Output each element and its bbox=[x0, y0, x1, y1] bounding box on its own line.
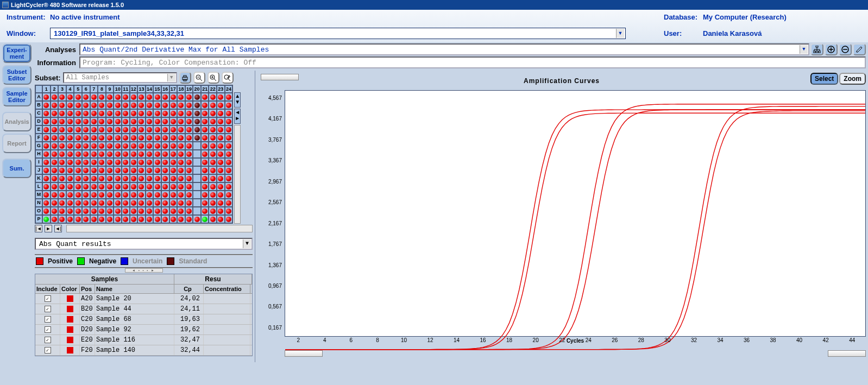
results-table: Samples Resu Include Color Pos Name Cp C… bbox=[35, 274, 253, 356]
group-samples: Samples bbox=[35, 274, 174, 284]
chart-outer: Fluorescence (465-510) 0,1670,5670,9671,… bbox=[285, 90, 866, 344]
print-icon[interactable] bbox=[179, 72, 191, 84]
row-name: Sample 92 bbox=[95, 325, 174, 334]
chart-canvas[interactable]: 0,1670,5670,9671,3671,7672,1672,5672,967… bbox=[285, 90, 866, 337]
titlebar-text: LightCycler® 480 Software release 1.5.0 bbox=[11, 0, 124, 10]
subset-dropdown[interactable]: All Samples bbox=[63, 72, 177, 83]
side-tab-sample-editor[interactable]: SampleEditor bbox=[2, 87, 32, 106]
th-color[interactable]: Color bbox=[60, 285, 80, 293]
table-row[interactable]: ✓D20Sample 9219,62 bbox=[35, 325, 252, 335]
svg-rect-7 bbox=[184, 75, 186, 77]
analyses-row: Analyses Abs Quant/2nd Derivative Max fo… bbox=[33, 42, 868, 55]
row-color-swatch bbox=[67, 326, 73, 333]
th-conc[interactable]: Concentratio bbox=[204, 285, 250, 293]
row-name: Sample 140 bbox=[95, 345, 174, 355]
side-tab-sum-[interactable]: Sum. bbox=[2, 159, 32, 178]
information-field: Program: Cycling, Color Compensation: Of… bbox=[79, 56, 866, 68]
legend-negative-swatch bbox=[77, 257, 85, 265]
table-row[interactable]: ✓C20Sample 6819,63 bbox=[35, 314, 252, 325]
chart-title: Amplification Curves bbox=[524, 77, 600, 85]
side-tab-experi-ment[interactable]: Experi-ment bbox=[2, 43, 32, 63]
select-button[interactable]: Select bbox=[810, 73, 838, 85]
add-icon[interactable] bbox=[825, 43, 838, 55]
app-icon bbox=[2, 2, 9, 8]
table-row[interactable]: ✓F20Sample 14032,44 bbox=[35, 345, 252, 356]
remove-icon[interactable] bbox=[839, 43, 852, 55]
user-label: User: bbox=[664, 29, 703, 39]
th-pos[interactable]: Pos bbox=[80, 285, 95, 293]
th-name[interactable]: Name bbox=[95, 285, 174, 293]
row-pos: C20 bbox=[80, 314, 95, 324]
table-body: ✓A20Sample 2024,02✓B20Sample 4424,11✓C20… bbox=[35, 294, 252, 356]
include-checkbox[interactable]: ✓ bbox=[45, 295, 51, 302]
plate-vertical-scrollbar[interactable] bbox=[234, 125, 241, 224]
row-name: Sample 20 bbox=[95, 294, 174, 304]
table-row[interactable]: ✓B20Sample 4424,11 bbox=[35, 304, 252, 314]
window-label: Window: bbox=[7, 29, 50, 37]
subset-row: Subset: All Samples bbox=[35, 71, 253, 85]
plate-horizontal-scrollbar[interactable] bbox=[66, 225, 253, 232]
analyses-dropdown[interactable]: Abs Quant/2nd Derivative Max for All Sam… bbox=[79, 43, 809, 55]
include-checkbox[interactable]: ✓ bbox=[45, 316, 51, 323]
titlebar: LightCycler® 480 Software release 1.5.0 bbox=[0, 0, 868, 10]
chart-top-slider[interactable] bbox=[261, 74, 299, 80]
legend: Positive Negative Uncertain Standard bbox=[35, 254, 253, 268]
plate-grid[interactable]: 123456789101112131415161718192021222324A… bbox=[35, 85, 233, 224]
side-tab-analysis: Analysis bbox=[2, 112, 32, 131]
instrument-label: Instrument: bbox=[7, 13, 50, 21]
nav-next-icon[interactable]: ► bbox=[45, 225, 52, 232]
instrument-value: No active instrument bbox=[50, 13, 653, 21]
row-conc bbox=[204, 294, 250, 304]
nav-first-icon[interactable]: |◄ bbox=[35, 225, 42, 232]
row-pos: E20 bbox=[80, 335, 95, 345]
window-dropdown[interactable]: 130129_IR91_plateI_sample34,33,32,31 bbox=[50, 28, 626, 39]
results-dropdown[interactable]: Abs Quant results bbox=[35, 238, 253, 250]
plate-down-arrow-icon[interactable]: ◄► bbox=[234, 109, 241, 124]
zoom-button[interactable]: Zoom bbox=[839, 73, 866, 85]
row-cp: 24,02 bbox=[174, 294, 204, 304]
legend-standard-swatch bbox=[167, 257, 174, 265]
chart-pane: Select Zoom Amplification Curves Fluores… bbox=[255, 71, 868, 362]
row-conc bbox=[204, 345, 250, 355]
row-pos: B20 bbox=[80, 304, 95, 314]
group-results: Resu bbox=[174, 274, 252, 284]
legend-uncertain: Uncertain bbox=[133, 257, 162, 265]
table-row[interactable]: ✓A20Sample 2024,02 bbox=[35, 294, 252, 304]
row-name: Sample 116 bbox=[95, 335, 174, 345]
edit-icon[interactable] bbox=[853, 43, 866, 55]
user-value: Daniela Karasová bbox=[703, 29, 787, 39]
row-name: Sample 68 bbox=[95, 314, 174, 324]
row-pos: D20 bbox=[80, 325, 95, 334]
include-checkbox[interactable]: ✓ bbox=[45, 337, 51, 343]
row-pos: F20 bbox=[80, 345, 95, 355]
row-color-swatch bbox=[67, 295, 73, 302]
table-row[interactable]: ✓E20Sample 11632,47 bbox=[35, 335, 252, 345]
legend-positive: Positive bbox=[48, 257, 73, 265]
splitter-handle[interactable]: ◄ • • • ► bbox=[125, 268, 163, 273]
subset-label: Subset: bbox=[35, 74, 61, 82]
include-checkbox[interactable]: ✓ bbox=[45, 306, 51, 312]
row-conc bbox=[204, 314, 250, 324]
nav-last-icon[interactable]: ◄| bbox=[54, 225, 62, 232]
plate-side-tools: ▲▼ ◄► bbox=[233, 85, 241, 224]
zoom-in-icon[interactable] bbox=[207, 72, 219, 84]
information-label: Information bbox=[33, 59, 78, 67]
side-tab-report: Report bbox=[2, 134, 32, 153]
th-cp[interactable]: Cp bbox=[174, 285, 204, 293]
main-area: Experi-mentSubsetEditorSampleEditorAnaly… bbox=[0, 42, 868, 362]
chart-mode-toggle: Select Zoom bbox=[810, 73, 866, 85]
zoom-out-icon[interactable] bbox=[193, 72, 205, 84]
tree-view-icon[interactable] bbox=[810, 43, 823, 55]
row-cp: 19,62 bbox=[174, 325, 204, 334]
include-checkbox[interactable]: ✓ bbox=[45, 326, 51, 333]
side-tab-subset-editor[interactable]: SubsetEditor bbox=[2, 65, 32, 85]
include-checkbox[interactable]: ✓ bbox=[45, 347, 51, 354]
svg-rect-2 bbox=[816, 51, 818, 53]
plate-up-arrow-icon[interactable]: ▲▼ bbox=[234, 92, 241, 108]
svg-rect-0 bbox=[816, 46, 818, 47]
zoom-reset-icon[interactable] bbox=[222, 72, 234, 84]
th-include[interactable]: Include bbox=[35, 285, 60, 293]
row-cp: 32,44 bbox=[174, 345, 204, 355]
row-cp: 19,63 bbox=[174, 314, 204, 324]
row-conc bbox=[204, 304, 250, 314]
